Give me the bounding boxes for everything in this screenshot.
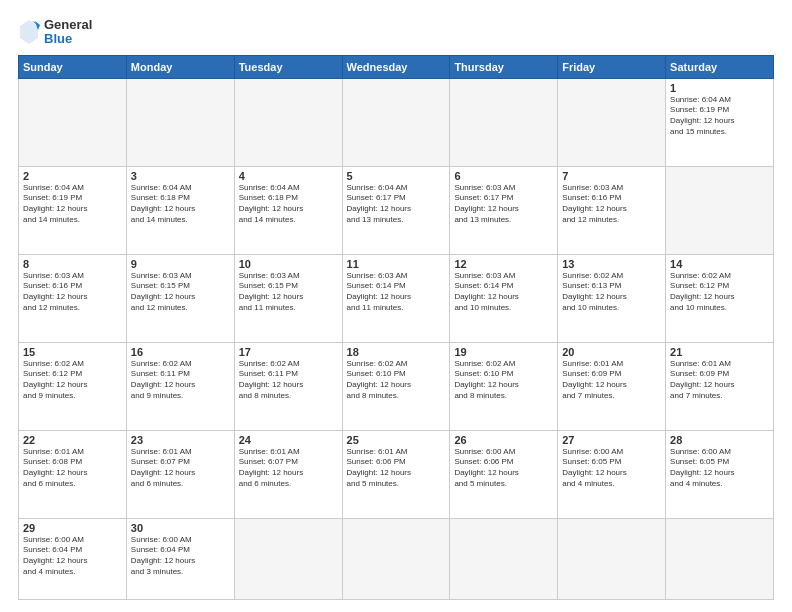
page: General Blue SundayMondayTuesdayWednesda… xyxy=(0,0,792,612)
day-info: Sunrise: 6:00 AM Sunset: 6:05 PM Dayligh… xyxy=(562,447,661,490)
calendar-cell xyxy=(450,518,558,599)
calendar-cell: 22Sunrise: 6:01 AM Sunset: 6:08 PM Dayli… xyxy=(19,430,127,518)
calendar-cell xyxy=(342,78,450,166)
day-number: 15 xyxy=(23,346,122,358)
day-number: 3 xyxy=(131,170,230,182)
day-info: Sunrise: 6:04 AM Sunset: 6:17 PM Dayligh… xyxy=(347,183,446,226)
day-info: Sunrise: 6:02 AM Sunset: 6:12 PM Dayligh… xyxy=(670,271,769,314)
calendar-cell: 20Sunrise: 6:01 AM Sunset: 6:09 PM Dayli… xyxy=(558,342,666,430)
calendar-cell xyxy=(234,518,342,599)
day-info: Sunrise: 6:03 AM Sunset: 6:16 PM Dayligh… xyxy=(562,183,661,226)
day-info: Sunrise: 6:03 AM Sunset: 6:15 PM Dayligh… xyxy=(131,271,230,314)
logo: General Blue xyxy=(18,18,92,47)
calendar-cell xyxy=(666,166,774,254)
day-number: 21 xyxy=(670,346,769,358)
day-number: 6 xyxy=(454,170,553,182)
day-number: 20 xyxy=(562,346,661,358)
day-info: Sunrise: 6:03 AM Sunset: 6:17 PM Dayligh… xyxy=(454,183,553,226)
calendar-cell xyxy=(342,518,450,599)
calendar-cell: 25Sunrise: 6:01 AM Sunset: 6:06 PM Dayli… xyxy=(342,430,450,518)
day-info: Sunrise: 6:04 AM Sunset: 6:18 PM Dayligh… xyxy=(239,183,338,226)
week-row-2: 2Sunrise: 6:04 AM Sunset: 6:19 PM Daylig… xyxy=(19,166,774,254)
calendar-cell xyxy=(234,78,342,166)
day-number: 22 xyxy=(23,434,122,446)
day-number: 16 xyxy=(131,346,230,358)
calendar-cell: 26Sunrise: 6:00 AM Sunset: 6:06 PM Dayli… xyxy=(450,430,558,518)
calendar-cell: 11Sunrise: 6:03 AM Sunset: 6:14 PM Dayli… xyxy=(342,254,450,342)
week-row-6: 29Sunrise: 6:00 AM Sunset: 6:04 PM Dayli… xyxy=(19,518,774,599)
day-number: 17 xyxy=(239,346,338,358)
day-info: Sunrise: 6:02 AM Sunset: 6:12 PM Dayligh… xyxy=(23,359,122,402)
day-number: 11 xyxy=(347,258,446,270)
calendar-cell: 15Sunrise: 6:02 AM Sunset: 6:12 PM Dayli… xyxy=(19,342,127,430)
day-info: Sunrise: 6:03 AM Sunset: 6:14 PM Dayligh… xyxy=(454,271,553,314)
day-info: Sunrise: 6:01 AM Sunset: 6:07 PM Dayligh… xyxy=(131,447,230,490)
header-sunday: Sunday xyxy=(19,55,127,78)
day-info: Sunrise: 6:03 AM Sunset: 6:15 PM Dayligh… xyxy=(239,271,338,314)
calendar-cell: 17Sunrise: 6:02 AM Sunset: 6:11 PM Dayli… xyxy=(234,342,342,430)
calendar-cell: 10Sunrise: 6:03 AM Sunset: 6:15 PM Dayli… xyxy=(234,254,342,342)
day-info: Sunrise: 6:01 AM Sunset: 6:09 PM Dayligh… xyxy=(562,359,661,402)
logo-svg xyxy=(18,18,40,46)
day-number: 5 xyxy=(347,170,446,182)
day-number: 14 xyxy=(670,258,769,270)
calendar-cell: 19Sunrise: 6:02 AM Sunset: 6:10 PM Dayli… xyxy=(450,342,558,430)
calendar-cell: 6Sunrise: 6:03 AM Sunset: 6:17 PM Daylig… xyxy=(450,166,558,254)
day-number: 1 xyxy=(670,82,769,94)
day-info: Sunrise: 6:03 AM Sunset: 6:14 PM Dayligh… xyxy=(347,271,446,314)
calendar-header-row: SundayMondayTuesdayWednesdayThursdayFrid… xyxy=(19,55,774,78)
day-info: Sunrise: 6:01 AM Sunset: 6:09 PM Dayligh… xyxy=(670,359,769,402)
day-number: 19 xyxy=(454,346,553,358)
header-wednesday: Wednesday xyxy=(342,55,450,78)
calendar-cell xyxy=(19,78,127,166)
day-info: Sunrise: 6:02 AM Sunset: 6:10 PM Dayligh… xyxy=(347,359,446,402)
day-number: 2 xyxy=(23,170,122,182)
day-info: Sunrise: 6:00 AM Sunset: 6:04 PM Dayligh… xyxy=(131,535,230,578)
calendar-cell: 21Sunrise: 6:01 AM Sunset: 6:09 PM Dayli… xyxy=(666,342,774,430)
week-row-1: 1Sunrise: 6:04 AM Sunset: 6:19 PM Daylig… xyxy=(19,78,774,166)
day-number: 18 xyxy=(347,346,446,358)
day-number: 28 xyxy=(670,434,769,446)
header: General Blue xyxy=(18,18,774,47)
calendar-cell: 4Sunrise: 6:04 AM Sunset: 6:18 PM Daylig… xyxy=(234,166,342,254)
day-number: 12 xyxy=(454,258,553,270)
calendar-cell: 7Sunrise: 6:03 AM Sunset: 6:16 PM Daylig… xyxy=(558,166,666,254)
day-number: 9 xyxy=(131,258,230,270)
calendar-table: SundayMondayTuesdayWednesdayThursdayFrid… xyxy=(18,55,774,600)
calendar-cell: 23Sunrise: 6:01 AM Sunset: 6:07 PM Dayli… xyxy=(126,430,234,518)
day-info: Sunrise: 6:03 AM Sunset: 6:16 PM Dayligh… xyxy=(23,271,122,314)
day-number: 24 xyxy=(239,434,338,446)
day-number: 25 xyxy=(347,434,446,446)
day-info: Sunrise: 6:02 AM Sunset: 6:13 PM Dayligh… xyxy=(562,271,661,314)
day-number: 13 xyxy=(562,258,661,270)
day-info: Sunrise: 6:02 AM Sunset: 6:11 PM Dayligh… xyxy=(239,359,338,402)
week-row-5: 22Sunrise: 6:01 AM Sunset: 6:08 PM Dayli… xyxy=(19,430,774,518)
calendar-cell: 24Sunrise: 6:01 AM Sunset: 6:07 PM Dayli… xyxy=(234,430,342,518)
calendar-cell: 16Sunrise: 6:02 AM Sunset: 6:11 PM Dayli… xyxy=(126,342,234,430)
calendar-cell: 1Sunrise: 6:04 AM Sunset: 6:19 PM Daylig… xyxy=(666,78,774,166)
day-info: Sunrise: 6:04 AM Sunset: 6:19 PM Dayligh… xyxy=(670,95,769,138)
day-info: Sunrise: 6:01 AM Sunset: 6:06 PM Dayligh… xyxy=(347,447,446,490)
calendar-cell: 27Sunrise: 6:00 AM Sunset: 6:05 PM Dayli… xyxy=(558,430,666,518)
day-number: 7 xyxy=(562,170,661,182)
calendar-cell: 30Sunrise: 6:00 AM Sunset: 6:04 PM Dayli… xyxy=(126,518,234,599)
calendar-cell: 2Sunrise: 6:04 AM Sunset: 6:19 PM Daylig… xyxy=(19,166,127,254)
calendar-cell xyxy=(666,518,774,599)
day-number: 26 xyxy=(454,434,553,446)
calendar-cell: 5Sunrise: 6:04 AM Sunset: 6:17 PM Daylig… xyxy=(342,166,450,254)
day-info: Sunrise: 6:02 AM Sunset: 6:11 PM Dayligh… xyxy=(131,359,230,402)
day-info: Sunrise: 6:00 AM Sunset: 6:05 PM Dayligh… xyxy=(670,447,769,490)
day-info: Sunrise: 6:04 AM Sunset: 6:18 PM Dayligh… xyxy=(131,183,230,226)
calendar-cell: 9Sunrise: 6:03 AM Sunset: 6:15 PM Daylig… xyxy=(126,254,234,342)
day-number: 10 xyxy=(239,258,338,270)
header-monday: Monday xyxy=(126,55,234,78)
day-number: 8 xyxy=(23,258,122,270)
week-row-4: 15Sunrise: 6:02 AM Sunset: 6:12 PM Dayli… xyxy=(19,342,774,430)
header-thursday: Thursday xyxy=(450,55,558,78)
logo-line2: Blue xyxy=(44,32,92,46)
calendar-cell xyxy=(450,78,558,166)
day-info: Sunrise: 6:02 AM Sunset: 6:10 PM Dayligh… xyxy=(454,359,553,402)
day-info: Sunrise: 6:00 AM Sunset: 6:06 PM Dayligh… xyxy=(454,447,553,490)
day-number: 4 xyxy=(239,170,338,182)
logo-line1: General xyxy=(44,18,92,32)
